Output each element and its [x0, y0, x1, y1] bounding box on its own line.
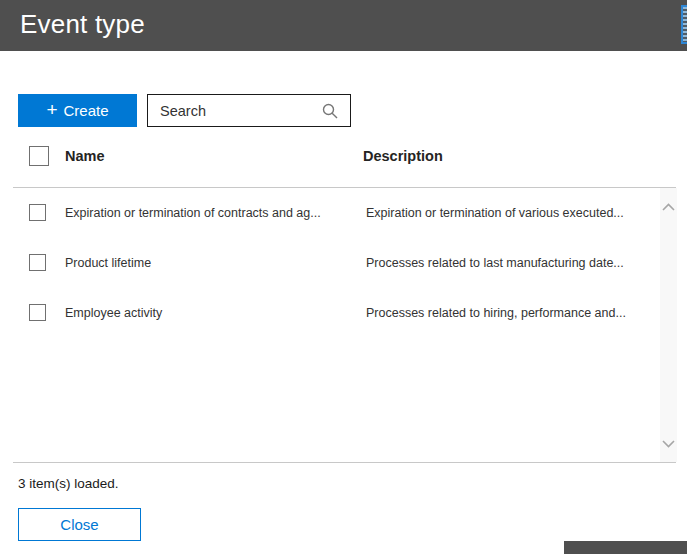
close-button[interactable]: Close	[18, 508, 141, 541]
plus-icon: +	[46, 100, 57, 119]
row-name: Expiration or termination of contracts a…	[65, 206, 357, 220]
row-checkbox[interactable]	[29, 204, 46, 221]
list-area: Expiration or termination of contracts a…	[0, 188, 687, 462]
column-header-name[interactable]: Name	[65, 148, 105, 164]
table-row[interactable]: Product lifetime Processes related to la…	[0, 238, 660, 288]
create-button[interactable]: + Create	[18, 94, 137, 127]
select-all-checkbox[interactable]	[29, 146, 49, 166]
row-checkbox[interactable]	[29, 254, 46, 271]
items-loaded-status: 3 item(s) loaded.	[18, 476, 119, 491]
column-header-description[interactable]: Description	[363, 148, 443, 164]
chevron-down-icon	[662, 440, 675, 448]
row-checkbox[interactable]	[29, 304, 46, 321]
event-type-dialog: Event type + Create Name Description Exp…	[0, 0, 687, 554]
row-description: Processes related to last manufacturing …	[366, 256, 656, 270]
list-bottom-divider	[13, 462, 676, 463]
vertical-scrollbar[interactable]	[660, 188, 677, 462]
row-name: Product lifetime	[65, 256, 357, 270]
search-box	[147, 94, 351, 127]
row-name: Employee activity	[65, 306, 357, 320]
scroll-up-button[interactable]	[660, 198, 677, 215]
table-row[interactable]: Expiration or termination of contracts a…	[0, 188, 660, 238]
search-icon	[322, 103, 338, 119]
row-description: Expiration or termination of various exe…	[366, 206, 656, 220]
row-description: Processes related to hiring, performance…	[366, 306, 656, 320]
page-title: Event type	[20, 9, 145, 40]
table-row[interactable]: Employee activity Processes related to h…	[0, 288, 660, 338]
clipped-blue-icon	[681, 5, 687, 44]
dialog-header: Event type	[0, 0, 687, 51]
scroll-down-button[interactable]	[660, 435, 677, 452]
background-window-fragment	[564, 541, 687, 554]
chevron-up-icon	[662, 203, 675, 211]
search-input[interactable]	[148, 95, 318, 126]
create-button-label: Create	[64, 102, 109, 119]
table-header-row: Name Description	[0, 140, 687, 172]
